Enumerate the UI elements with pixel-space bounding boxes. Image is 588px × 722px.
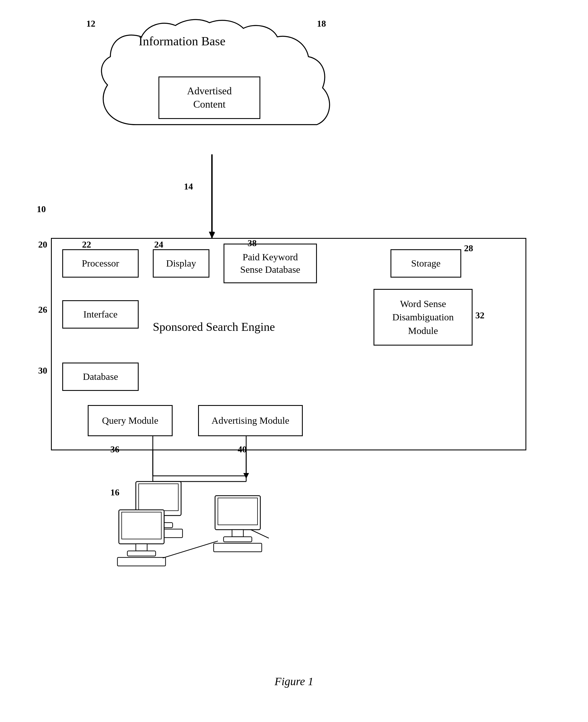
ref-10: 10	[37, 204, 46, 215]
ref-40: 40	[238, 444, 247, 455]
ref-38: 38	[248, 238, 257, 248]
svg-rect-20	[224, 537, 252, 542]
ref-24: 24	[154, 239, 163, 250]
ref-26: 26	[38, 304, 47, 315]
ref-14: 14	[184, 181, 193, 192]
processor-box: Processor	[62, 249, 139, 278]
figure-caption: Figure 1	[274, 675, 313, 688]
storage-box: Storage	[391, 249, 461, 278]
advertised-content-box: Advertised Content	[159, 77, 260, 119]
ref-32: 32	[476, 310, 484, 321]
ref-30: 30	[38, 365, 47, 376]
svg-rect-14	[136, 544, 147, 551]
ref-22: 22	[82, 239, 91, 250]
ref-36: 36	[110, 444, 120, 455]
sponsored-search-engine-label: Sponsored Search Engine	[153, 320, 275, 334]
diagram: Information Base Advertised Content 12 1…	[0, 0, 588, 722]
display-box: Display	[153, 249, 209, 278]
paid-keyword-box: Paid Keyword Sense Database	[224, 244, 317, 283]
interface-box: Interface	[62, 300, 139, 328]
svg-line-22	[163, 541, 218, 558]
query-module-box: Query Module	[88, 405, 173, 436]
information-base-label: Information Base	[139, 34, 226, 48]
ref-18: 18	[317, 18, 326, 29]
svg-rect-18	[218, 498, 257, 525]
ref-12: 12	[86, 18, 96, 29]
svg-rect-21	[214, 543, 262, 552]
ref-28: 28	[464, 243, 473, 254]
ref-20: 20	[38, 239, 47, 250]
svg-rect-13	[122, 512, 161, 539]
svg-rect-19	[232, 530, 243, 537]
svg-marker-24	[209, 232, 214, 238]
svg-rect-16	[118, 558, 166, 566]
svg-rect-8	[139, 484, 178, 511]
word-sense-box: Word Sense Disambiguation Module	[374, 289, 472, 345]
svg-rect-15	[127, 551, 155, 556]
svg-marker-1	[209, 232, 215, 238]
advertising-module-box: Advertising Module	[198, 405, 303, 436]
computer-icons	[107, 470, 306, 598]
database-box: Database	[62, 363, 139, 391]
